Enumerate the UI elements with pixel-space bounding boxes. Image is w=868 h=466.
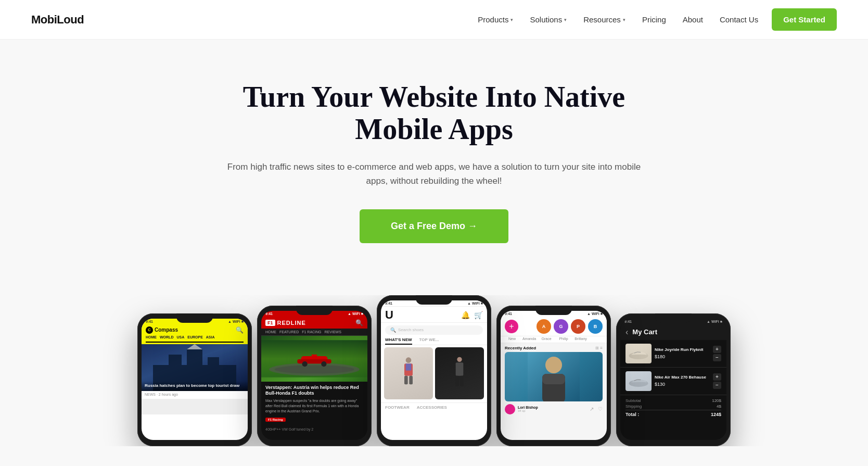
nav-item-solutions[interactable]: Solutions ▾: [522, 11, 574, 28]
cart-item-1-name: Nike Joyride Run Flyknit: [655, 347, 710, 352]
svg-point-14: [406, 357, 412, 363]
cart-title: My Cart: [632, 328, 721, 336]
compass-app-name: Compass: [155, 327, 178, 333]
qty-minus-1[interactable]: −: [713, 354, 721, 361]
social-profile-name: Lori Bishop: [518, 406, 538, 409]
svg-rect-2: [187, 349, 202, 381]
phone-shoes: 9:41 ▲WiFi■ U 🔔 🛒 🔍 Search shoes: [366, 295, 502, 446]
shipping-value: 4$: [717, 404, 721, 409]
phones-showcase: 9:41 ▲WiFi■ C Compass 🔍 HOME: [0, 295, 868, 446]
social-profile-time: 34 sp: [518, 409, 538, 412]
svg-point-8: [275, 365, 354, 373]
qty-plus-1[interactable]: +: [713, 346, 721, 353]
svg-point-24: [545, 357, 562, 373]
phone-redline: 9:41 ▲WiFi■ F1 REDLINE 🔍 HOME FEATURED F…: [247, 306, 382, 446]
navigation: MobiLoud Products ▾ Solutions ▾ Resource…: [0, 0, 868, 40]
compass-article-title: Russia hatches plan to become top touris…: [145, 383, 245, 388]
svg-rect-16: [406, 363, 412, 370]
phone-cart: 9:41 ▲WiFi■ ‹ My Cart: [606, 313, 741, 446]
nav-links: Products ▾ Solutions ▾ Resources ▾ Prici…: [470, 8, 837, 31]
svg-rect-17: [404, 375, 408, 384]
nav-item-resources[interactable]: Resources ▾: [576, 11, 633, 28]
qty-minus-2[interactable]: −: [713, 382, 721, 389]
hero-title: Turn Your Website Into Native Mobile App…: [200, 81, 668, 145]
hero-subtitle: From high traffic news sites to e-commer…: [221, 160, 647, 188]
redline-app-name: REDLINE: [277, 320, 306, 326]
social-section-title: Recently Added: [505, 346, 536, 350]
nav-item-contact[interactable]: Contact Us: [712, 11, 765, 28]
total-label: Total :: [626, 412, 639, 417]
cart-item-1-price: $180: [655, 354, 710, 359]
shoes-search-placeholder[interactable]: Search shoes: [398, 328, 424, 332]
phone-social: 9:41 ▲WiFi■ + A G P B New Aman: [486, 306, 621, 446]
chevron-down-icon: ▾: [623, 17, 626, 22]
compass-article-meta: NEWS · 2 hours ago: [142, 391, 248, 398]
svg-rect-20: [456, 362, 464, 375]
svg-rect-1: [169, 355, 182, 381]
logo[interactable]: MobiLoud: [31, 13, 84, 27]
qty-plus-2[interactable]: +: [713, 373, 721, 381]
phone-compass: 9:41 ▲WiFi■ C Compass 🔍 HOME: [127, 313, 262, 446]
svg-rect-22: [460, 375, 464, 386]
shoes-logo: U: [385, 309, 392, 321]
subtotal-value: 120$: [712, 398, 721, 403]
redline-f1-tag: F1 Racing: [265, 418, 286, 422]
status-icons: ▲WiFi■: [228, 320, 244, 323]
svg-rect-26: [542, 374, 565, 384]
svg-point-5: [193, 345, 197, 349]
svg-rect-3: [208, 357, 219, 381]
svg-rect-13: [312, 354, 317, 357]
redline-article-body: Max Verstappen suspects "a few doubts ar…: [265, 398, 363, 413]
demo-cta-button[interactable]: Get a Free Demo →: [360, 209, 508, 243]
svg-rect-18: [409, 375, 413, 384]
redline-article-title: Verstappen: Austria win helps reduce Red…: [265, 385, 363, 397]
get-started-button[interactable]: Get Started: [772, 8, 837, 31]
cart-back-icon[interactable]: ‹: [626, 328, 628, 337]
total-value: 124$: [711, 412, 721, 417]
nav-item-about[interactable]: About: [675, 11, 710, 28]
subtotal-label: Subtotal: [626, 398, 641, 403]
hero-section: Turn Your Website Into Native Mobile App…: [0, 40, 868, 295]
nav-item-products[interactable]: Products ▾: [470, 11, 520, 28]
nav-item-pricing[interactable]: Pricing: [635, 11, 673, 28]
chevron-down-icon: ▾: [510, 17, 513, 22]
svg-point-11: [302, 361, 308, 367]
cart-item-2-name: Nike Air Max 270 Behause: [655, 375, 710, 380]
svg-point-19: [457, 357, 462, 361]
svg-point-12: [321, 361, 326, 367]
shipping-label: Shipping: [626, 404, 642, 409]
cart-item-2-price: $130: [655, 382, 710, 387]
svg-rect-21: [455, 375, 459, 386]
redline-footer-article: 400HP++ VW Golf tuned by 2: [261, 426, 367, 433]
chevron-down-icon: ▾: [564, 17, 567, 22]
